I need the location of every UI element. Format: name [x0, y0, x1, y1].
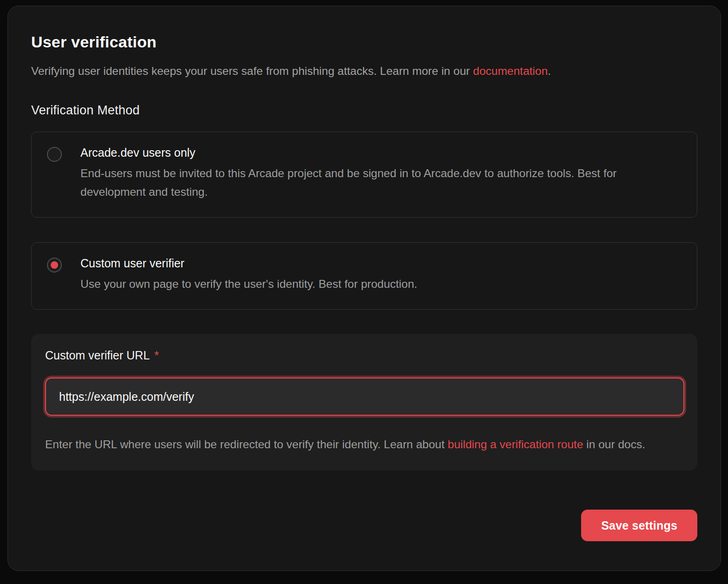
- help-text: Enter the URL where users will be redire…: [45, 438, 448, 451]
- custom-verifier-url-label: Custom verifier URL: [45, 349, 150, 362]
- building-verification-route-link[interactable]: building a verification route: [448, 438, 583, 451]
- custom-verifier-url-input[interactable]: [45, 378, 684, 416]
- custom-verifier-help: Enter the URL where users will be redire…: [45, 435, 682, 454]
- custom-verifier-panel: Custom verifier URL* Enter the URL where…: [31, 334, 697, 471]
- option-description: Use your own page to verify the user's i…: [80, 275, 417, 293]
- option-description: End-users must be invited to this Arcade…: [80, 164, 680, 201]
- required-asterisk: *: [154, 349, 159, 362]
- option-text: Custom user verifier Use your own page t…: [80, 257, 417, 293]
- page-title: User verification: [31, 33, 697, 51]
- documentation-link[interactable]: documentation: [473, 65, 548, 77]
- page-subtitle: Verifying user identities keeps your use…: [31, 62, 697, 80]
- save-settings-button[interactable]: Save settings: [581, 510, 697, 541]
- option-arcade-users-only[interactable]: Arcade.dev users only End-users must be …: [31, 132, 697, 218]
- option-custom-user-verifier[interactable]: Custom user verifier Use your own page t…: [31, 242, 697, 310]
- radio-custom-user-verifier[interactable]: [47, 258, 62, 272]
- option-text: Arcade.dev users only End-users must be …: [80, 146, 680, 201]
- option-title: Custom user verifier: [80, 257, 417, 270]
- subtitle-period: .: [548, 65, 551, 77]
- user-verification-card: User verification Verifying user identit…: [7, 6, 721, 571]
- subtitle-text: Verifying user identities keeps your use…: [31, 65, 473, 77]
- verification-method-heading: Verification Method: [31, 103, 697, 118]
- help-text-suffix: in our docs.: [583, 438, 645, 451]
- field-label-row: Custom verifier URL*: [45, 349, 683, 362]
- actions-row: Save settings: [31, 510, 697, 541]
- radio-arcade-users-only[interactable]: [47, 147, 62, 162]
- option-title: Arcade.dev users only: [80, 146, 680, 159]
